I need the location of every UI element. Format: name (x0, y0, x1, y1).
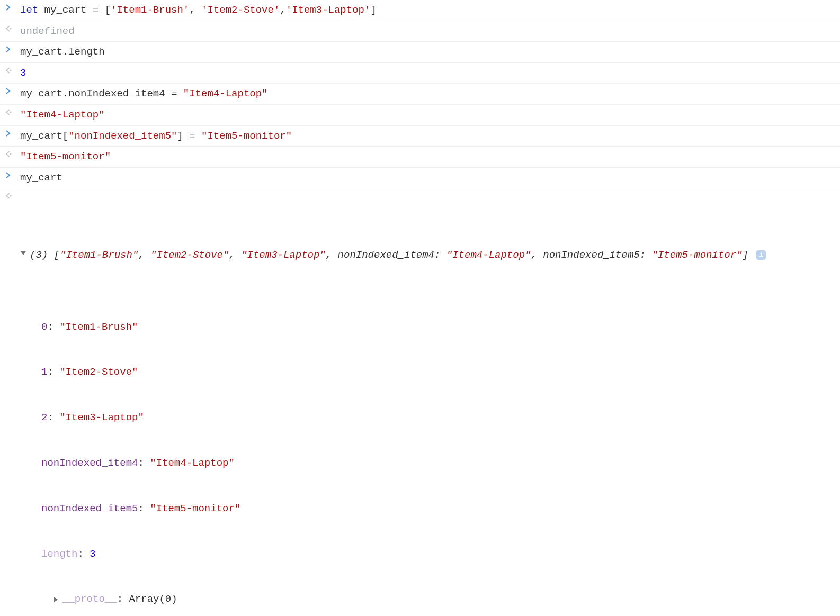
property-value: Array(0) (129, 592, 177, 606)
code-token: , (326, 249, 338, 261)
code-token: ] (743, 249, 748, 261)
output-prompt-icon (5, 66, 20, 74)
console-input-row[interactable]: my_cart["nonIndexed_item5"] = "Item5-mon… (0, 126, 840, 147)
code-token: , (138, 249, 150, 261)
console-output-value: (3) ["Item1-Brush", "Item2-Stove", "Item… (20, 192, 835, 616)
code-token: 'Item1-Brush' (111, 4, 189, 16)
input-prompt-icon (5, 129, 20, 137)
svg-point-1 (10, 70, 11, 71)
chevron-down-icon[interactable] (20, 248, 29, 256)
code-token: : (138, 503, 150, 514)
object-property-row[interactable]: nonIndexed_item4: "Item4-Laptop" (41, 455, 835, 472)
output-prompt-icon (5, 192, 20, 199)
code-token: , (229, 249, 241, 261)
output-prompt-icon (5, 108, 20, 115)
property-key: nonIndexed_item4 (41, 457, 138, 469)
code-token: let (20, 4, 38, 16)
object-property-row[interactable]: 0: "Item1-Brush" (41, 319, 835, 336)
svg-point-0 (10, 28, 11, 29)
console-output-row: undefined (0, 21, 840, 42)
console-output-row: "Item5-monitor" (0, 147, 840, 168)
property-key: __proto__ (62, 592, 117, 606)
code-token: my_cart[ (20, 130, 68, 142)
code-token: "Item5-monitor" (201, 130, 292, 142)
code-token: my_cart = [ (38, 4, 111, 16)
code-token: ] = (177, 130, 201, 142)
object-tree[interactable]: (3) ["Item1-Brush", "Item2-Stove", "Item… (20, 220, 835, 616)
object-property-row[interactable]: 2: "Item3-Laptop" (41, 409, 835, 427)
svg-marker-6 (54, 597, 58, 602)
code-token: : (47, 366, 59, 378)
code-token: "Item3-Laptop" (241, 249, 326, 261)
code-token: , (189, 4, 201, 16)
console-input-code: my_cart (20, 171, 835, 185)
svg-marker-5 (21, 251, 26, 255)
svg-point-4 (10, 195, 11, 196)
code-token: nonIndexed_item5: (543, 249, 651, 261)
code-token: "nonIndexed_item5" (68, 130, 177, 142)
console-output-row: "Item4-Laptop" (0, 105, 840, 126)
code-token: "Item5-monitor" (652, 249, 743, 261)
property-value: "Item3-Laptop" (59, 412, 144, 423)
devtools-console[interactable]: let my_cart = ['Item1-Brush', 'Item2-Sto… (0, 0, 840, 616)
chevron-right-icon[interactable] (53, 596, 60, 603)
console-input-row[interactable]: my_cart.nonIndexed_item4 = "Item4-Laptop… (0, 84, 840, 105)
console-output-row: 3 (0, 63, 840, 84)
code-token: , (280, 4, 285, 16)
code-token: "Item1-Brush" (60, 249, 138, 261)
object-property-row[interactable]: length: 3 (41, 546, 835, 563)
info-icon[interactable]: i (756, 250, 766, 260)
object-tree-header[interactable]: (3) ["Item1-Brush", "Item2-Stove", "Item… (20, 248, 835, 262)
console-input-row[interactable]: my_cart (0, 168, 840, 189)
code-token: ] (370, 4, 376, 16)
code-token: : (117, 592, 129, 606)
property-value: "Item1-Brush" (59, 321, 138, 333)
property-value: "Item4-Laptop" (150, 457, 235, 469)
console-output-value: undefined (20, 24, 835, 39)
object-property-row[interactable]: 1: "Item2-Stove" (41, 364, 835, 381)
property-key: 2 (41, 412, 47, 423)
console-output-value: "Item4-Laptop" (20, 108, 835, 122)
output-prompt-icon (5, 150, 20, 157)
console-input-row[interactable]: my_cart.length (0, 42, 840, 63)
property-key: nonIndexed_item5 (41, 503, 138, 514)
property-value: "Item2-Stove" (59, 366, 138, 378)
input-prompt-icon (5, 171, 20, 178)
svg-point-3 (10, 153, 11, 155)
property-key: length (41, 548, 77, 560)
input-prompt-icon (5, 3, 20, 11)
object-proto-row[interactable]: __proto__: Array(0) (53, 591, 835, 608)
output-prompt-icon (5, 24, 20, 32)
input-prompt-icon (5, 87, 20, 94)
code-token: : (47, 321, 59, 333)
code-token: : (138, 457, 150, 469)
code-token: my_cart.nonIndexed_item4 = (20, 88, 183, 99)
code-token: (3) (30, 249, 48, 261)
console-output-row: (3) ["Item1-Brush", "Item2-Stove", "Item… (0, 188, 840, 616)
console-input-code: my_cart.nonIndexed_item4 = "Item4-Laptop… (20, 87, 835, 101)
console-input-row[interactable]: let my_cart = ['Item1-Brush', 'Item2-Sto… (0, 0, 840, 21)
object-summary: (3) ["Item1-Brush", "Item2-Stove", "Item… (30, 248, 766, 262)
code-token: "Item4-Laptop" (183, 88, 268, 99)
code-token: : (77, 548, 90, 560)
code-token: : (47, 412, 59, 423)
console-output-value: "Item5-monitor" (20, 150, 835, 164)
property-value: "Item5-monitor" (150, 503, 240, 514)
code-token: nonIndexed_item4: (338, 249, 446, 261)
code-token: [ (48, 249, 60, 261)
property-key: 0 (41, 321, 47, 333)
code-token: 'Item3-Laptop' (286, 4, 371, 16)
console-input-code: my_cart["nonIndexed_item5"] = "Item5-mon… (20, 129, 835, 143)
svg-point-2 (10, 112, 11, 113)
code-token: "Item4-Laptop" (446, 249, 531, 261)
console-output-value: 3 (20, 66, 835, 80)
object-tree-body: 0: "Item1-Brush" 1: "Item2-Stove" 2: "It… (41, 291, 835, 617)
property-key: 1 (41, 366, 47, 378)
code-token: "Item2-Stove" (150, 249, 229, 261)
property-value: 3 (90, 548, 95, 560)
object-property-row[interactable]: nonIndexed_item5: "Item5-monitor" (41, 500, 835, 518)
code-token: 'Item2-Stove' (201, 4, 280, 16)
console-input-code: my_cart.length (20, 45, 835, 59)
input-prompt-icon (5, 45, 20, 52)
code-token: , (531, 249, 543, 261)
